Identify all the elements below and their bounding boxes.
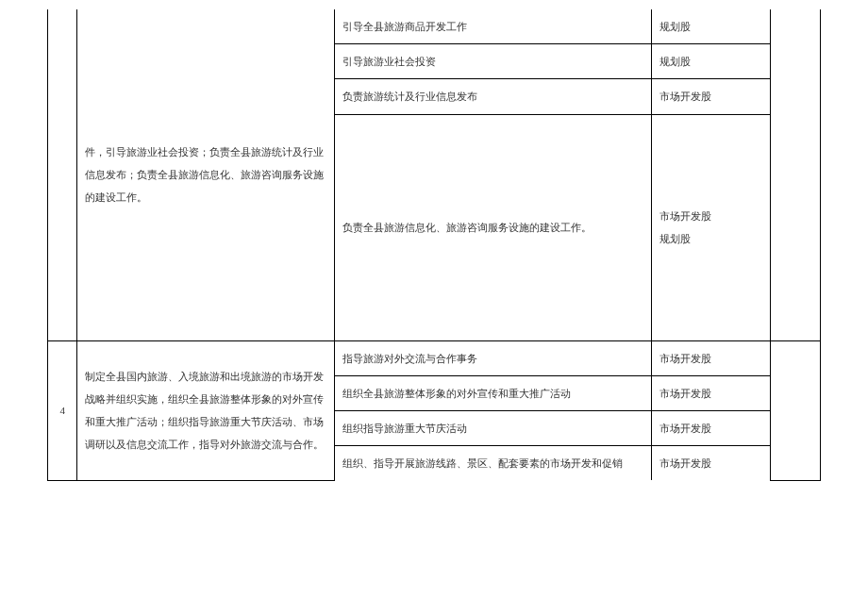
dept-cell: 市场开发股 规划股 [652, 114, 771, 340]
detail-cell: 引导旅游业社会投资 [335, 44, 652, 79]
detail-cell: 指导旅游对外交流与合作事务 [335, 340, 652, 375]
dept-cell: 市场开发股 [652, 79, 771, 114]
empty-cell [771, 9, 821, 340]
dept-cell: 市场开发股 [652, 340, 771, 375]
detail-cell: 负责全县旅游信息化、旅游咨询服务设施的建设工作。 [335, 114, 652, 340]
dept-cell: 市场开发股 [652, 410, 771, 445]
detail-cell: 组织指导旅游重大节庆活动 [335, 410, 652, 445]
table-row: 4 制定全县国内旅游、入境旅游和出境旅游的市场开发战略并组织实施，组织全县旅游整… [48, 340, 821, 375]
dept-cell: 规划股 [652, 44, 771, 79]
table-row: 件，引导旅游业社会投资；负责全县旅游统计及行业信息发布；负责全县旅游信息化、旅游… [48, 9, 821, 44]
row-number-cell: 4 [48, 340, 77, 480]
detail-cell: 组织、指导开展旅游线路、景区、配套要素的市场开发和促销 [335, 446, 652, 481]
dept-cell: 市场开发股 [652, 375, 771, 410]
row-desc-cell: 制定全县国内旅游、入境旅游和出境旅游的市场开发战略并组织实施，组织全县旅游整体形… [77, 340, 335, 480]
empty-cell [771, 340, 821, 480]
document-page: 件，引导旅游业社会投资；负责全县旅游统计及行业信息发布；负责全县旅游信息化、旅游… [0, 0, 868, 519]
detail-cell: 组织全县旅游整体形象的对外宣传和重大推广活动 [335, 375, 652, 410]
detail-cell: 负责旅游统计及行业信息发布 [335, 79, 652, 114]
dept-cell: 市场开发股 [652, 446, 771, 481]
dept-cell: 规划股 [652, 9, 771, 44]
detail-cell: 引导全县旅游商品开发工作 [335, 9, 652, 44]
row-number-cell [48, 9, 77, 340]
row-desc-cell: 件，引导旅游业社会投资；负责全县旅游统计及行业信息发布；负责全县旅游信息化、旅游… [77, 9, 335, 340]
responsibility-table: 件，引导旅游业社会投资；负责全县旅游统计及行业信息发布；负责全县旅游信息化、旅游… [47, 9, 821, 481]
